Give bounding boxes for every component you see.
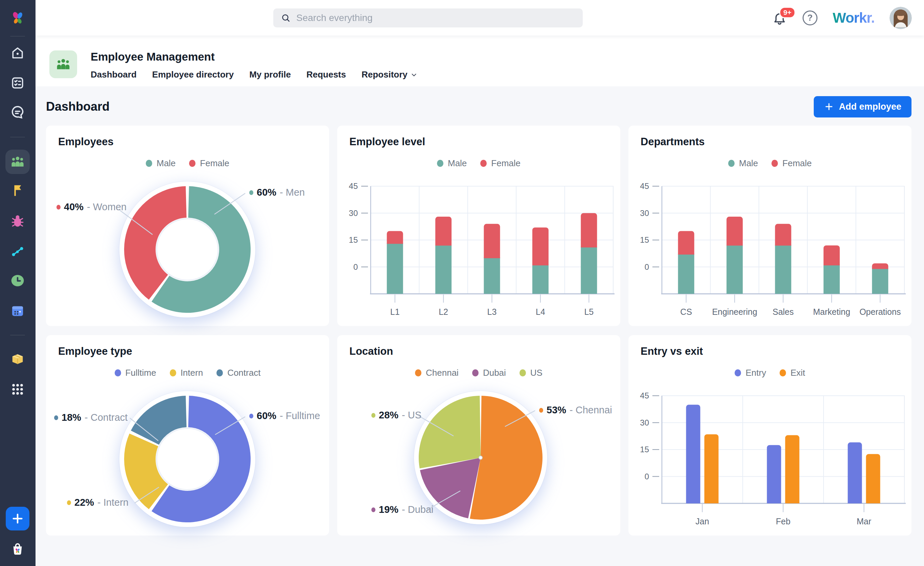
svg-text:30: 30: [640, 418, 649, 427]
sidebar-divider: [10, 335, 25, 336]
svg-text:CS: CS: [680, 307, 692, 316]
legend-dot: [189, 160, 195, 167]
sidebar-divider: [10, 36, 25, 36]
legend-dot: [415, 369, 422, 376]
card-departments: Departments MaleFemale 4530150CSEngineer…: [628, 126, 912, 326]
messages-icon[interactable]: [5, 100, 30, 125]
tab-my-profile[interactable]: My profile: [249, 69, 291, 80]
legend-dot: [771, 160, 778, 167]
notification-badge: 9+: [779, 7, 795, 18]
svg-text:Marketing: Marketing: [813, 307, 850, 316]
svg-text:L5: L5: [584, 307, 594, 316]
legend-dot: [115, 369, 121, 376]
sidebar-item-employees[interactable]: [5, 150, 30, 174]
card-employee-level: Employee level MaleFemale 4530150L1L2L3L…: [337, 126, 620, 326]
card-title: Location: [350, 345, 393, 357]
svg-text:15: 15: [640, 445, 649, 454]
tab-employee-directory[interactable]: Employee directory: [152, 69, 234, 80]
legend-dot: [472, 369, 478, 376]
card-title: Employee type: [58, 345, 132, 357]
calendar-icon[interactable]: [5, 299, 30, 323]
card-title: Employee level: [350, 136, 425, 148]
svg-text:45: 45: [349, 181, 358, 191]
bug-icon[interactable]: [5, 209, 30, 233]
add-employee-button[interactable]: Add employee: [814, 96, 912, 117]
svg-text:Engineering: Engineering: [712, 307, 757, 316]
slice-callout: 18%- Contract: [54, 412, 128, 423]
svg-text:15: 15: [640, 235, 649, 244]
legend-dot: [170, 369, 176, 376]
callout-percent: 60%: [257, 410, 276, 421]
add-workspace-button[interactable]: [6, 507, 29, 530]
tab-requests[interactable]: Requests: [306, 69, 346, 80]
app-title: Employee Management: [91, 50, 418, 63]
home-icon[interactable]: [5, 41, 30, 65]
departments-bar-chart: 4530150CSEngineeringSalesMarketingOperat…: [628, 167, 912, 326]
employee-level-bar-chart: 4530150L1L2L3L4L5: [337, 167, 620, 326]
notifications-button[interactable]: 9+: [772, 10, 788, 26]
search-bar[interactable]: [273, 9, 583, 27]
tasks-icon[interactable]: [5, 71, 30, 95]
callout-ring-icon: [57, 205, 60, 209]
sidebar-divider: [10, 137, 25, 137]
plus-icon: [824, 102, 834, 112]
card-entry-exit: Entry vs exit EntryExit 4530150JanFebMar: [628, 335, 912, 536]
card-location: Location ChennaiDubaiUS 53%- Chennai19%-…: [337, 335, 620, 536]
help-button[interactable]: ?: [802, 10, 818, 26]
legend-dot: [146, 160, 152, 167]
dashboard-main: Dashboard Add employee Employees MaleFem…: [36, 86, 924, 566]
chevron-down-icon: [410, 71, 418, 78]
callout-label: - Intern: [98, 497, 129, 508]
callout-percent: 22%: [74, 497, 94, 508]
callout-percent: 28%: [379, 409, 398, 421]
location-pie-chart: 53%- Chennai19%- Dubai28%- US: [337, 376, 620, 536]
callout-ring-icon: [371, 413, 375, 418]
workr-logo-icon: [5, 7, 30, 31]
svg-text:Operations: Operations: [860, 307, 901, 316]
callout-label: - US: [402, 409, 422, 421]
tab-dashboard[interactable]: Dashboard: [91, 69, 136, 80]
time-icon[interactable]: [5, 268, 30, 293]
app-header: Employee Management Dashboard Employee d…: [36, 36, 924, 86]
svg-text:L2: L2: [439, 307, 448, 316]
legend-dot: [780, 369, 786, 376]
flag-icon[interactable]: [5, 178, 30, 203]
svg-text:0: 0: [645, 262, 649, 271]
card-title: Departments: [640, 136, 705, 148]
sidebar: [0, 0, 36, 566]
employees-donut-chart: 60%- Men40%- Women: [46, 167, 329, 326]
topbar: 9+ ? Workr.: [36, 0, 924, 36]
svg-text:L1: L1: [390, 307, 400, 316]
card-title: Entry vs exit: [640, 345, 703, 357]
user-avatar[interactable]: [890, 7, 912, 29]
legend-dot: [437, 160, 443, 167]
svg-text:30: 30: [640, 209, 649, 218]
callout-ring-icon: [54, 415, 58, 420]
svg-text:15: 15: [349, 235, 358, 244]
tab-repository[interactable]: Repository: [362, 69, 418, 80]
slice-callout: 28%- US: [371, 409, 422, 421]
search-input[interactable]: [296, 12, 575, 23]
slice-callout: 19%- Dubai: [371, 504, 434, 515]
callout-label: - Fulltime: [280, 410, 320, 421]
card-employees: Employees MaleFemale 60%- Men40%- Women: [46, 126, 329, 326]
entry-exit-bar-chart: 4530150JanFebMar: [628, 376, 912, 536]
callout-percent: 60%: [257, 187, 276, 198]
callout-ring-icon: [67, 500, 71, 505]
callout-label: - Women: [87, 202, 126, 212]
integrations-icon[interactable]: [5, 239, 30, 263]
callout-label: - Contract: [84, 412, 128, 423]
charts-grid: Employees MaleFemale 60%- Men40%- Women …: [46, 126, 924, 536]
callout-label: - Men: [280, 187, 305, 198]
callout-percent: 18%: [62, 412, 81, 423]
legend-dot: [519, 369, 526, 376]
callout-percent: 53%: [546, 405, 566, 416]
svg-text:Mar: Mar: [857, 516, 871, 526]
search-icon: [281, 13, 291, 23]
apps-grid-icon[interactable]: [5, 377, 30, 402]
package-icon[interactable]: [5, 347, 30, 371]
app-tabs: Dashboard Employee directory My profile …: [91, 69, 418, 80]
svg-text:L4: L4: [536, 307, 545, 316]
svg-text:30: 30: [349, 209, 358, 218]
app-store-icon[interactable]: [5, 537, 30, 561]
